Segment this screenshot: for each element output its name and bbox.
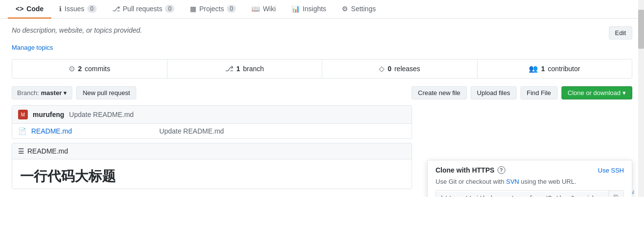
pull-requests-badge: 0 bbox=[165, 5, 174, 13]
tab-bar: <> Code ℹ Issues 0 ⎇ Pull requests 0 ▦ P… bbox=[0, 0, 644, 19]
tab-insights[interactable]: 📊 Insights bbox=[284, 0, 334, 19]
issues-badge: 0 bbox=[87, 5, 97, 13]
stats-bar: ⊙ 2 commits ⎇ 1 branch ◇ 0 releases 👥 1 … bbox=[12, 59, 632, 78]
tab-pull-requests[interactable]: ⎇ Pull requests 0 bbox=[104, 0, 183, 19]
clone-url-input[interactable] bbox=[436, 192, 608, 197]
projects-badge: 0 bbox=[227, 5, 236, 13]
code-icon: <> bbox=[16, 5, 23, 13]
clone-popup-title-text: Clone with HTTPS bbox=[436, 166, 495, 174]
manage-topics-link[interactable]: Manage topics bbox=[12, 44, 53, 51]
user-avatar: M bbox=[18, 110, 28, 119]
branch-dropdown[interactable]: Branch: master ▾ bbox=[12, 86, 72, 99]
tab-projects[interactable]: ▦ Projects 0 bbox=[182, 0, 244, 19]
tab-wiki[interactable]: 📖 Wiki bbox=[244, 0, 283, 19]
clone-popup-header: Clone with HTTPS ? Use SSH bbox=[428, 160, 632, 178]
contributors-label: contributor bbox=[548, 65, 580, 73]
description-text: No description, website, or topics provi… bbox=[12, 26, 142, 34]
readme-icon: ☰ bbox=[18, 147, 24, 155]
scrollbar-thumb[interactable] bbox=[638, 10, 644, 49]
table-row: 📄 README.md Update README.md bbox=[12, 124, 412, 138]
commits-count: 2 bbox=[78, 65, 82, 73]
readme-section: ☰ README.md 一行代码大标题 bbox=[12, 143, 412, 189]
copy-url-button[interactable]: ⎘ bbox=[608, 191, 623, 197]
upload-files-button[interactable]: Upload files bbox=[471, 86, 517, 99]
file-header-row: M murufeng Update README.md bbox=[12, 106, 412, 124]
commits-stat[interactable]: ⊙ 2 commits bbox=[12, 59, 167, 78]
wiki-icon: 📖 bbox=[251, 5, 260, 13]
contributors-count: 1 bbox=[541, 65, 545, 73]
readme-title: README.md bbox=[27, 147, 68, 155]
releases-count: 0 bbox=[388, 65, 392, 73]
clone-or-download-label: Clone or download bbox=[568, 89, 621, 97]
commit-username[interactable]: murufeng bbox=[33, 111, 64, 118]
branch-icon: ⎇ bbox=[225, 64, 233, 73]
scrollbar-track[interactable] bbox=[638, 0, 644, 197]
svn-link[interactable]: SVN bbox=[506, 178, 519, 185]
file-name-link[interactable]: README.md bbox=[31, 127, 154, 135]
tab-pull-requests-label: Pull requests bbox=[123, 5, 163, 13]
clone-popup: Clone with HTTPS ? Use SSH Use Git or ch… bbox=[427, 160, 632, 197]
right-actions: Create new file Upload files Find File C… bbox=[412, 86, 632, 99]
readme-body: 一行代码大标题 bbox=[12, 159, 412, 189]
projects-icon: ▦ bbox=[190, 5, 196, 13]
commit-message: Update README.md bbox=[69, 111, 134, 118]
branch-prefix-label: Branch: bbox=[17, 89, 39, 97]
help-icon[interactable]: ? bbox=[498, 166, 505, 174]
clone-chevron-icon: ▾ bbox=[623, 89, 626, 97]
releases-icon: ◇ bbox=[379, 64, 385, 73]
edit-button[interactable]: Edit bbox=[609, 26, 632, 39]
branch-label: branch bbox=[243, 65, 264, 73]
branch-name-label: master bbox=[41, 89, 62, 97]
tab-issues-label: Issues bbox=[64, 5, 84, 13]
clone-url-row: ⎘ bbox=[436, 190, 624, 197]
tab-settings-label: Settings bbox=[351, 5, 376, 13]
create-new-file-button[interactable]: Create new file bbox=[412, 86, 467, 99]
contributors-icon: 👥 bbox=[529, 64, 538, 73]
chevron-down-icon: ▾ bbox=[63, 89, 67, 97]
branch-count: 1 bbox=[236, 65, 240, 73]
settings-icon: ⚙ bbox=[342, 5, 348, 13]
use-ssh-link[interactable]: Use SSH bbox=[598, 167, 624, 174]
pull-requests-icon: ⎇ bbox=[112, 5, 120, 13]
clipboard-icon: ⎘ bbox=[614, 194, 619, 197]
description-row: No description, website, or topics provi… bbox=[12, 26, 632, 39]
contributors-stat[interactable]: 👥 1 contributor bbox=[478, 59, 632, 78]
commits-label: commits bbox=[85, 65, 110, 73]
readme-content: 一行代码大标题 bbox=[20, 169, 116, 184]
clone-or-download-button[interactable]: Clone or download ▾ bbox=[561, 86, 632, 99]
tab-issues[interactable]: ℹ Issues 0 bbox=[51, 0, 104, 19]
file-commit-message: Update README.md bbox=[159, 127, 406, 135]
tab-insights-label: Insights bbox=[303, 5, 326, 13]
readme-header: ☰ README.md bbox=[12, 143, 412, 159]
file-table: M murufeng Update README.md 📄 README.md … bbox=[12, 105, 412, 139]
new-pull-request-button[interactable]: New pull request bbox=[76, 86, 136, 99]
tab-code[interactable]: <> Code bbox=[8, 0, 51, 19]
branch-stat[interactable]: ⎇ 1 branch bbox=[167, 59, 323, 78]
actions-row: Branch: master ▾ New pull request Create… bbox=[12, 86, 632, 99]
file-icon: 📄 bbox=[18, 127, 26, 135]
insights-icon: 📊 bbox=[291, 5, 300, 13]
commits-icon: ⊙ bbox=[69, 64, 75, 73]
tab-settings[interactable]: ⚙ Settings bbox=[334, 0, 384, 19]
releases-label: releases bbox=[395, 65, 420, 73]
clone-popup-title: Clone with HTTPS ? bbox=[436, 166, 505, 174]
clone-popup-description: Use Git or checkout with SVN using the w… bbox=[428, 178, 632, 190]
repo-body: No description, website, or topics provi… bbox=[0, 19, 644, 197]
tab-projects-label: Projects bbox=[199, 5, 224, 13]
find-file-button[interactable]: Find File bbox=[520, 86, 558, 99]
releases-stat[interactable]: ◇ 0 releases bbox=[322, 59, 478, 78]
tab-code-label: Code bbox=[26, 5, 43, 13]
left-actions: Branch: master ▾ New pull request bbox=[12, 86, 136, 99]
tab-wiki-label: Wiki bbox=[263, 5, 275, 13]
issues-icon: ℹ bbox=[59, 5, 62, 13]
